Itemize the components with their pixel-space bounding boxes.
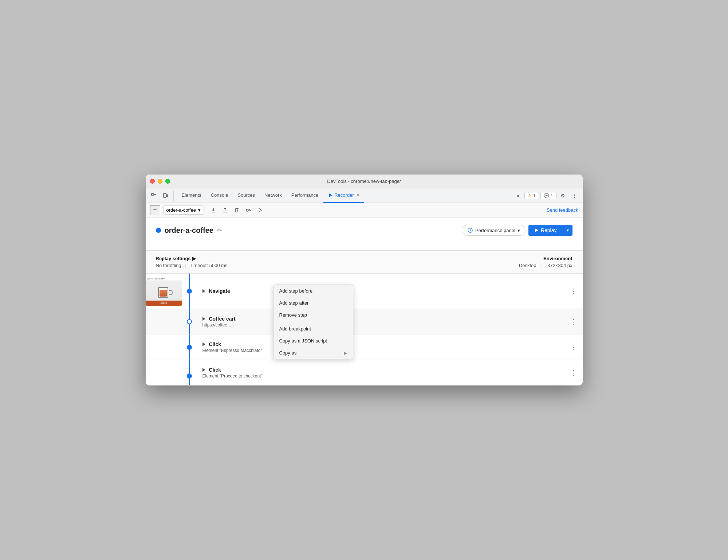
- start-recording-icon[interactable]: [243, 205, 253, 215]
- tab-console[interactable]: Console: [206, 188, 233, 203]
- performance-icon: [467, 227, 473, 233]
- replay-settings-title[interactable]: Replay settings ▶: [156, 256, 519, 261]
- click-checkout-detail: Element "Proceed to checkout": [202, 373, 559, 379]
- click-checkout-content: Click Element "Proceed to checkout": [197, 360, 564, 385]
- recorder-toolbar: + order-a-coffee ▾: [146, 203, 583, 218]
- ctx-remove-step[interactable]: Remove step: [274, 309, 353, 321]
- export-icon[interactable]: [208, 205, 219, 215]
- warning-icon: ⚠: [528, 193, 532, 198]
- tab-performance[interactable]: Performance: [287, 188, 323, 203]
- thumb-footer-label: ORDER: [160, 302, 167, 304]
- tab-recorder[interactable]: Recorder ✕: [323, 188, 364, 203]
- coffee-cart-expand-icon: [202, 317, 205, 321]
- tl-line-top: [189, 360, 190, 373]
- inspect-icon[interactable]: [149, 191, 159, 201]
- navigate-dot: [187, 289, 192, 294]
- close-button[interactable]: [150, 179, 155, 184]
- recording-title: order-a-coffee: [165, 226, 213, 235]
- info-icon: 💬: [544, 193, 549, 198]
- tl-line-bottom: [189, 379, 190, 385]
- perf-panel-chevron-icon: ▾: [518, 228, 520, 233]
- ctx-copy-as[interactable]: Copy as ▶ Copy as a @puppeteer/replay sc…: [274, 347, 353, 359]
- main-content: order-a-coffee ✏ Performance panel ▾: [146, 218, 583, 250]
- click-espresso-more-button[interactable]: ⋮: [564, 334, 583, 360]
- navigate-more-button[interactable]: ⋮: [564, 274, 583, 309]
- tab-sources[interactable]: Sources: [233, 188, 259, 203]
- performance-panel-button[interactable]: Performance panel ▾: [462, 225, 526, 236]
- cup-label: $12.00: [157, 278, 170, 279]
- replay-dropdown-button[interactable]: ▾: [563, 225, 572, 236]
- settings-values: No throttling | Timeout: 5000 ms: [156, 263, 519, 268]
- ctx-add-after[interactable]: Add step after: [274, 297, 353, 309]
- env-separator: |: [541, 263, 542, 268]
- warning-badge[interactable]: ⚠ 1: [524, 192, 539, 199]
- replay-btn-group: Replay ▾: [528, 225, 572, 236]
- replay-recording-icon[interactable]: [255, 205, 265, 215]
- recording-selector[interactable]: order-a-coffee ▾: [163, 205, 204, 215]
- more-options-icon[interactable]: ⋮: [570, 191, 580, 201]
- cup-handle: [169, 290, 173, 295]
- coffee-cup-illustration: $12.00: [157, 283, 170, 298]
- recorder-icon: [328, 193, 333, 198]
- click-checkout-timeline: [182, 360, 197, 385]
- coffee-cart-content: Coffee cart https://coffee...: [197, 309, 564, 334]
- devtools-window: DevTools - chrome://new-tab-page/ Elemen…: [146, 175, 583, 385]
- click-espresso-name[interactable]: Click: [202, 341, 559, 347]
- recorder-tab-close[interactable]: ✕: [356, 193, 360, 198]
- svg-point-12: [246, 209, 248, 211]
- svg-rect-2: [164, 193, 166, 197]
- tab-elements[interactable]: Elements: [177, 188, 206, 203]
- ctx-add-before[interactable]: Add step before: [274, 285, 353, 297]
- recording-status-indicator: [156, 228, 161, 233]
- replay-settings: Replay settings ▶ No throttling | Timeou…: [156, 256, 519, 268]
- ctx-sep-1: [274, 322, 353, 322]
- click-checkout-name[interactable]: Click: [202, 367, 559, 373]
- info-badge[interactable]: 💬 1: [540, 192, 556, 199]
- chevron-down-icon: ▾: [198, 207, 201, 213]
- send-feedback-link[interactable]: Send feedback: [547, 207, 578, 213]
- delete-icon[interactable]: [232, 205, 242, 215]
- minimize-button[interactable]: [158, 179, 162, 184]
- coffee-cart-dot: [187, 319, 192, 324]
- navigate-step-name[interactable]: Navigate: [202, 288, 559, 294]
- ctx-add-breakpoint[interactable]: Add breakpoint: [274, 323, 353, 335]
- coffee-cart-more-button[interactable]: ⋮: [564, 309, 583, 334]
- navigate-content: Navigate: [197, 274, 564, 309]
- navigate-timeline: [182, 274, 197, 309]
- device-toolbar-icon[interactable]: [160, 191, 170, 201]
- coffee-cart-name[interactable]: Coffee cart: [202, 316, 559, 322]
- click-checkout-dot: [187, 373, 192, 379]
- play-icon: [534, 228, 539, 232]
- click-espresso-dot: [187, 345, 192, 350]
- tab-network[interactable]: Network: [260, 188, 286, 203]
- title-bar: DevTools - chrome://new-tab-page/: [146, 175, 583, 188]
- step-click-checkout: Click Element "Proceed to checkout" ⋮: [146, 360, 583, 385]
- svg-marker-4: [329, 193, 332, 197]
- coffee-cart-detail: https://coffee...: [202, 322, 559, 328]
- devtools-tabs-bar: Elements Console Sources Network Perform…: [146, 188, 583, 203]
- coffee-cart-timeline: [182, 309, 197, 334]
- click-checkout-spacer: [146, 360, 182, 385]
- ctx-copy-json[interactable]: Copy as a JSON script: [274, 335, 353, 347]
- navigate-context-menu: Add step before Add step after Remove st…: [273, 285, 353, 359]
- tl-line-bottom: [189, 350, 190, 360]
- tl-line-top: [189, 334, 190, 345]
- thumb-footer: ORDER: [146, 301, 182, 306]
- env-values: Desktop | 372×804 px: [519, 263, 572, 268]
- coffee-cart-spacer: [146, 309, 182, 334]
- click-checkout-expand-icon: [202, 368, 205, 372]
- svg-rect-0: [151, 193, 153, 195]
- click-espresso-spacer: [146, 334, 182, 360]
- svg-marker-14: [535, 228, 538, 232]
- import-icon[interactable]: [220, 205, 230, 215]
- timeline-line-top: [189, 274, 190, 289]
- more-tabs-icon[interactable]: »: [513, 191, 523, 201]
- click-checkout-more-button[interactable]: ⋮: [564, 360, 583, 385]
- add-recording-button[interactable]: +: [150, 205, 160, 215]
- maximize-button[interactable]: [165, 179, 170, 184]
- replay-button[interactable]: Replay: [528, 225, 563, 236]
- settings-icon[interactable]: ⚙: [558, 191, 568, 201]
- toolbar-actions: [208, 205, 265, 215]
- edit-title-icon[interactable]: ✏: [217, 227, 222, 234]
- tab-icons-group: [149, 191, 174, 201]
